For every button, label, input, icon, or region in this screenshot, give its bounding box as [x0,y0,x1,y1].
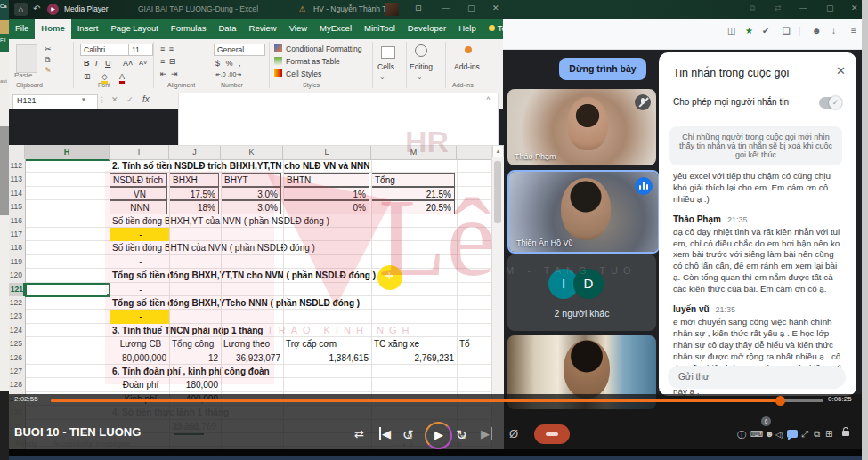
cell-L115[interactable]: 0% [283,200,369,214]
cell-I127[interactable]: 6. Tính đoàn phí , kinh phí công đoàn [110,365,270,378]
align-middle-icon[interactable]: ≡ ⊟ [160,57,176,66]
cells-caret[interactable]: ⌄ [379,73,385,81]
paste-icon[interactable] [16,44,37,73]
underline-button[interactable]: U [105,59,111,68]
shuffle-mini-icon[interactable]: ⇄ [775,4,782,12]
cell-M115[interactable]: 20.5% [371,200,455,214]
italic-button[interactable]: I [95,59,98,68]
cell-M114[interactable]: 21.5% [371,187,455,200]
cell-I122[interactable]: Tổng số tiền đóng BHXH,YTcho NNN ( phần … [110,296,360,310]
tab-review[interactable]: Review [243,19,283,39]
format-painter-icon[interactable]: ✎ [45,66,52,75]
chat-close-icon[interactable]: ✕ [836,64,846,77]
cell-K125[interactable]: Lương theo ngày [221,337,283,351]
fullscreen-icon[interactable]: ⤢ [801,429,808,440]
info-icon[interactable]: ⓘ [737,429,746,441]
name-box-caret[interactable]: ▾ [82,96,85,103]
cell-L113[interactable]: BHTN [283,173,369,186]
selected-cell[interactable] [25,283,110,297]
row-header-113[interactable]: 113 [9,173,22,186]
cell-J113[interactable]: BHXH [169,173,219,186]
font-shrink-icon[interactable]: A˅ [139,59,147,67]
cell-I121[interactable]: - [110,283,169,296]
menu-icon[interactable]: ≡ [851,26,856,36]
cell-I119[interactable]: - [110,255,169,269]
row-header-125[interactable]: 125 [9,337,22,351]
shuffle-icon[interactable]: ⇄ [354,427,364,440]
cell-K126[interactable]: 36,923,077 [221,351,283,365]
cell-K113[interactable]: BHYT [221,173,281,186]
cell-M126[interactable]: 2,769,231 [371,351,457,365]
row-header-114[interactable]: 114 [9,187,22,200]
column-header-N[interactable] [457,145,491,160]
cell-M113[interactable]: Tổng [371,173,455,186]
profile-icon[interactable]: ☻ [812,26,822,36]
formula-input[interactable] [178,93,499,146]
cell-I112[interactable]: 2. Tính số tiền NSDLĐ trích BHXH,YT,TN c… [110,159,369,173]
row-header-121[interactable]: 121 [9,283,25,296]
row-header-116[interactable]: 116 [9,214,22,228]
previous-icon[interactable]: ◀ [379,427,391,440]
editing-caret[interactable]: ⌄ [417,73,423,81]
column-header-L[interactable]: L [283,145,371,160]
row-header-118[interactable]: 118 [9,241,22,254]
maximize-icon[interactable]: ▢ [826,4,834,12]
row-header-122[interactable]: 122 [9,296,22,310]
leave-call-button[interactable] [534,424,570,444]
enter-icon[interactable]: ✓ [126,95,134,104]
bold-button[interactable]: B [84,59,90,68]
cell-I126[interactable]: 80,000,000 [110,351,169,365]
cell-M125[interactable]: TC xăng xe [371,337,457,351]
scroll-up-icon[interactable]: ▴ [492,145,504,157]
column-header-I[interactable]: I [110,145,169,160]
cell-I114[interactable]: VN [110,187,167,200]
shield-check-icon[interactable]: ✔ [762,26,769,36]
cell-I120[interactable]: Tổng số tiền đóng BHXH,YT,TN cho NVN ( p… [110,269,376,282]
row-header-124[interactable]: 124 [9,324,22,337]
cell-L126[interactable]: 1,384,615 [283,351,371,365]
bookmark-star-icon[interactable]: ★ [745,26,753,36]
participant-tile-speaking[interactable]: Thiện Ân Hồ Vũ [507,170,660,254]
cell-I125[interactable]: Lương CB [110,337,169,351]
tab-myexcel[interactable]: MyExcel [313,19,358,39]
scroll-thumb[interactable] [494,161,501,223]
pip-icon[interactable]: ⧉ [750,4,755,13]
close-icon[interactable]: ✕ [851,4,858,12]
tab-help[interactable]: Help [452,19,483,39]
column-header-H[interactable]: H [25,145,110,161]
row-header-128[interactable]: 128 [9,378,22,391]
font-grow-icon[interactable]: A˄ [123,59,133,68]
paste-label[interactable]: Paste [14,71,32,79]
cell-J125[interactable]: Tổng công [169,337,221,351]
cell-I124[interactable]: 3. Tính thuế TNCN phải nộp 1 tháng [110,324,263,337]
tab-insert[interactable]: Insert [71,19,105,39]
cancel-icon[interactable]: ✕ [111,95,118,104]
video-close-icon[interactable]: ✕ [492,4,499,12]
column-header-M[interactable]: M [371,145,457,160]
next-icon[interactable]: ▶ [481,427,492,440]
camera-off-icon[interactable]: Ø [509,427,518,440]
cell-I113[interactable]: NSDLĐ trích [110,173,167,186]
cell-L125[interactable]: Trợ cấp cơm [283,337,371,351]
formula-collapse-icon[interactable]: ˄ [486,94,491,102]
editing-button[interactable]: Editing [410,62,433,71]
tab-page-layout[interactable]: Page Layout [104,19,164,39]
row-header-115[interactable]: 115 [9,200,22,214]
cell-J114[interactable]: 17.5% [169,187,219,200]
tab-developer[interactable]: Developer [402,19,452,39]
chat-active-icon[interactable] [787,430,798,438]
column-header-K[interactable]: K [221,145,283,160]
participant-tile[interactable]: Thảo Phạm [507,89,656,165]
keyboard-icon[interactable]: ⌨ [750,429,763,439]
indent-icon[interactable]: ⇤ ⇥ [160,69,179,78]
cell-N125[interactable]: Tổ [457,337,491,351]
select-all-corner[interactable] [9,145,25,160]
cells-button[interactable]: Cells [377,62,394,71]
row-header-117[interactable]: 117 [9,228,22,241]
tab-formulas[interactable]: Formulas [165,19,213,39]
seek-thumb[interactable] [775,396,785,406]
tab-file[interactable]: File [9,19,35,39]
tab-minitool[interactable]: MiniTool [358,19,402,39]
font-size-select[interactable]: 11 [128,44,153,56]
font-color-icon[interactable]: A [119,72,125,84]
